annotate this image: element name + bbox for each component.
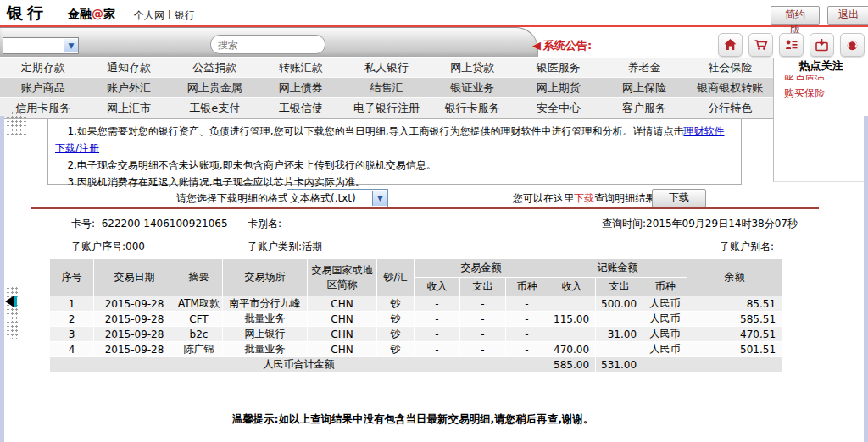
col-trade-currency: 币种: [506, 278, 548, 296]
nav-item-account-commodities[interactable]: 账户商品: [0, 80, 86, 96]
cell-cash-remit: 钞: [377, 327, 415, 342]
nav-item-online-futures[interactable]: 网上期货: [515, 80, 601, 96]
col-seq: 序号: [50, 259, 94, 296]
system-announcement: ◀系统公告:: [532, 38, 592, 53]
query-time-value: 2015年09月29日14时38分07秒: [646, 218, 798, 229]
search-input[interactable]: [216, 38, 347, 52]
cell-record-currency: 人民币: [643, 342, 687, 357]
collapse-left-arrow-icon[interactable]: [5, 296, 14, 307]
cell-seq: 1: [50, 296, 94, 312]
query-time: 查询时间:2015年09月29日14时38分07秒: [602, 217, 798, 231]
nav-item-notice-deposit[interactable]: 通知存款: [86, 60, 171, 75]
download-hint-suffix: 查询明细结果: [594, 192, 655, 204]
nav-item-bank-card-service[interactable]: 银行卡服务: [430, 101, 515, 116]
nav-item-social-insurance[interactable]: 社会保险: [687, 60, 773, 75]
nav-item-online-loans[interactable]: 网上贷款: [430, 60, 515, 75]
card-number-label: 卡号:: [71, 218, 95, 229]
cell-place: 批量业务: [223, 342, 308, 357]
cell-cash-remit: 钞: [377, 296, 415, 312]
nav-item-bank-securities[interactable]: 银证业务: [430, 80, 515, 96]
col-summary: 摘要: [175, 259, 223, 296]
sub-account-alias: 子账户别名:: [720, 240, 774, 254]
warm-tip: 温馨提示:如以上查询结果中没有包含当日最新交易明细,请您稍后再查,谢谢。: [0, 412, 826, 427]
download-format-select[interactable]: 文本格式(.txt) ▼: [287, 189, 388, 207]
download-inline-link[interactable]: 下载: [574, 192, 594, 204]
cell-record-income: [548, 296, 596, 312]
inbox-download-icon[interactable]: [810, 33, 834, 57]
personal-online-banking-page: 银行 金融@家 个人网上银行 简约版 退出 ▼ ◀系统公告:: [0, 0, 868, 442]
simple-version-button[interactable]: 简约版: [771, 6, 820, 25]
nav-item-pension[interactable]: 养老金: [601, 60, 687, 75]
download-format-value: 文本格式(.txt): [287, 191, 372, 206]
nav-item-online-precious-metals[interactable]: 网上贵金属: [172, 80, 258, 96]
cell-trade-income: -: [415, 312, 460, 327]
card-number-value: 622200 1406100921065: [102, 218, 228, 229]
hot-item-buy-insurance[interactable]: 购买保险: [774, 87, 868, 100]
cell-summary: 陈广锦: [175, 342, 223, 357]
sub-account-type-label: 子账户类别:: [248, 240, 302, 252]
main-nav: 定期存款 通知存款 公益捐款 转账汇款 私人银行 网上贷款 银医服务 养老金 社…: [0, 58, 773, 119]
nav-item-transfer-remittance[interactable]: 转账汇款: [258, 60, 343, 75]
cell-record-expense: 31.00: [596, 327, 643, 342]
cell-date: 2015-09-28: [94, 312, 175, 327]
sub-account-seq: 子账户序号:000: [71, 240, 145, 254]
nav-item-account-forex[interactable]: 账户外汇: [86, 80, 171, 96]
nav-item-online-bonds[interactable]: 网上债券: [258, 80, 343, 96]
total-record-expense: 531.00: [596, 357, 643, 373]
left-edge-strip: [0, 116, 4, 442]
nav-item-ebanking-registration[interactable]: 电子银行注册: [343, 101, 429, 116]
home-icon[interactable]: [718, 33, 743, 57]
cell-record-expense: [596, 342, 643, 357]
nav-item-security-center[interactable]: 安全中心: [515, 101, 601, 116]
hot-item-account-crude-oil[interactable]: 账户原油: [774, 74, 868, 80]
logout-button[interactable]: 退出: [827, 6, 868, 25]
nav-item-branch-features[interactable]: 分行特色: [687, 101, 773, 116]
nav-row-3: 信用卡服务 网上汇市 工银e支付 工银信使 电子银行注册 银行卡服务 安全中心 …: [0, 97, 773, 119]
section-divider: [31, 207, 819, 209]
cell-country: CHN: [308, 327, 377, 342]
cell-country: CHN: [308, 312, 377, 327]
quick-menu-select[interactable]: ▼: [3, 37, 79, 54]
cell-trade-income: -: [415, 342, 460, 357]
cart-icon[interactable]: [748, 33, 773, 57]
collapse-handle-bar[interactable]: [14, 296, 17, 307]
cell-seq: 2: [50, 312, 94, 327]
sub-account-type-value: 活期: [302, 240, 322, 252]
nav-item-icbc-epay[interactable]: 工银e支付: [172, 101, 258, 116]
cell-trade-expense: -: [460, 327, 506, 342]
nav-item-charity-donation[interactable]: 公益捐款: [172, 60, 258, 75]
cell-date: 2015-09-28: [94, 327, 175, 342]
contacts-icon[interactable]: [779, 33, 804, 57]
nav-item-customer-service[interactable]: 客户服务: [601, 101, 687, 116]
dotted-texture-top: [6, 111, 28, 136]
total-record-income: 585.00: [548, 357, 596, 373]
nav-item-online-forex-market[interactable]: 网上汇市: [86, 101, 171, 116]
toolbar-icons: [718, 33, 865, 57]
col-record-currency: 币种: [643, 278, 687, 296]
transaction-table: 序号 交易日期 摘要 交易场所 交易国家或地区简称 钞/汇 交易金额 记账金额 …: [49, 258, 782, 373]
cell-record-expense: 500.00: [596, 296, 643, 312]
download-button[interactable]: 下载: [652, 189, 706, 207]
cell-place: 批量业务: [223, 312, 308, 327]
nav-item-private-banking[interactable]: 私人银行: [343, 60, 429, 75]
customer-service-headset-icon[interactable]: [840, 33, 865, 57]
hot-topics-panel: 热点关注 账户原油 购买保险: [773, 58, 868, 182]
nav-item-icbc-messenger[interactable]: 工银信使: [258, 101, 343, 116]
cell-record-income: 470.00: [548, 342, 596, 357]
notice-line-1: 1.如果您需要对您的银行资产、负债进行管理,您可以下载您的当日明细,导入工商银行…: [55, 123, 734, 157]
chevron-down-icon: ▼: [64, 39, 78, 52]
cell-trade-currency: -: [506, 312, 548, 327]
nav-item-bank-medical[interactable]: 银医服务: [515, 60, 601, 75]
nav-item-fixed-deposit[interactable]: 定期存款: [0, 60, 86, 75]
download-hint-prefix: 您可以在这里: [513, 192, 574, 204]
brand-at-icon: @: [92, 7, 103, 20]
nav-item-forex-settlement[interactable]: 结售汇: [343, 80, 429, 96]
cell-trade-income: -: [415, 327, 460, 342]
cell-record-expense: [596, 312, 643, 327]
col-group-record-amount: 记账金额: [548, 259, 687, 278]
nav-item-online-insurance[interactable]: 网上保险: [601, 80, 687, 96]
col-record-income: 收入: [548, 278, 596, 296]
nav-item-bank-commodity-transfer[interactable]: 银商银权转账: [687, 80, 773, 96]
col-country: 交易国家或地区简称: [308, 259, 377, 296]
cell-country: CHN: [308, 296, 377, 312]
